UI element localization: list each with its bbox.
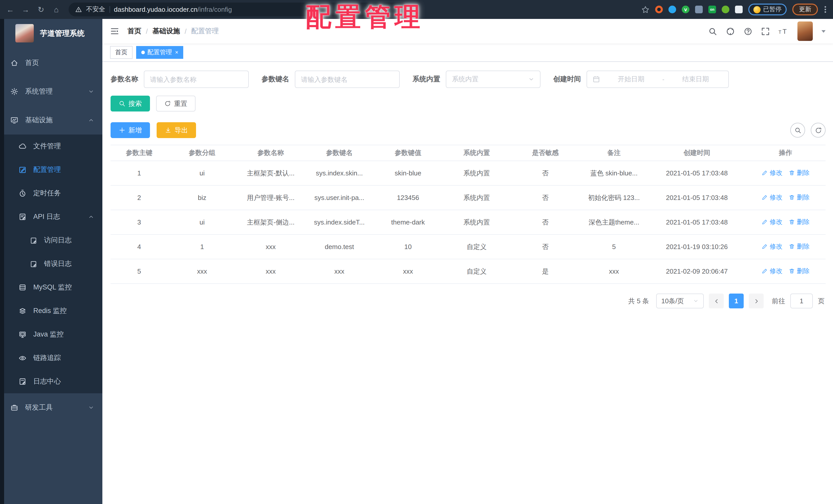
delete-link[interactable]: 删除: [789, 267, 810, 276]
table-cell-actions: 修改删除: [745, 185, 826, 210]
sidebar-item-accesslog[interactable]: 访问日志: [0, 229, 102, 252]
breadcrumb-item[interactable]: 基础设施: [152, 27, 180, 36]
github-icon[interactable]: [726, 27, 735, 36]
tab-home[interactable]: 首页: [110, 46, 133, 59]
sidebar-item-label: 系统管理: [25, 87, 53, 96]
sidebar-item-infra[interactable]: 基础设施: [0, 106, 102, 134]
extension-icon[interactable]: v: [682, 6, 689, 13]
delete-link[interactable]: 删除: [789, 243, 810, 251]
edit-link[interactable]: 修改: [762, 218, 783, 227]
sidebar-item-label: 首页: [25, 58, 39, 68]
sidebar-item-redis[interactable]: Redis 监控: [0, 299, 102, 323]
reload-icon[interactable]: ↻: [37, 6, 45, 13]
next-page-button[interactable]: [749, 294, 764, 308]
back-icon[interactable]: ←: [6, 6, 14, 13]
extension-icon[interactable]: [722, 6, 729, 13]
sidebar-item-home[interactable]: 首页: [0, 49, 102, 77]
sidebar-item-label: Java 监控: [33, 330, 64, 339]
export-button[interactable]: 导出: [157, 122, 196, 138]
builtin-select[interactable]: 系统内置: [446, 71, 541, 88]
tab-config[interactable]: 配置管理 ×: [136, 46, 184, 59]
page-size-select[interactable]: 10条/页: [656, 294, 704, 308]
sidebar-item-label: API 日志: [33, 212, 60, 222]
search-icon[interactable]: [708, 27, 717, 35]
help-icon[interactable]: [744, 27, 753, 35]
table-cell-actions: 修改删除: [745, 259, 826, 283]
delete-link[interactable]: 删除: [789, 218, 810, 227]
app-logo-row[interactable]: 芋道管理系统: [0, 19, 102, 48]
sidebar-item-logcenter[interactable]: 日志中心: [0, 370, 102, 393]
column-header: 参数分组: [168, 145, 236, 161]
sidebar-item-config[interactable]: 配置管理: [0, 158, 102, 181]
refresh-table-button[interactable]: [811, 123, 826, 137]
delete-link[interactable]: 删除: [789, 169, 810, 177]
url-text: dashboard.yudao.iocoder.cn/infra/config: [114, 6, 232, 13]
app-header: 首页 / 基础设施 / 配置管理 TT: [102, 19, 833, 44]
sidebar-item-label: 配置管理: [33, 165, 61, 174]
sidebar-item-mysql[interactable]: MySQL 监控: [0, 276, 102, 299]
font-size-icon[interactable]: TT: [779, 27, 789, 35]
button-label: 重置: [174, 99, 187, 108]
user-menu-caret-icon[interactable]: [822, 30, 826, 32]
toggle-search-button[interactable]: [790, 123, 805, 137]
breadcrumb-separator: /: [146, 27, 148, 35]
edit-link[interactable]: 修改: [762, 193, 783, 202]
table-cell: 主框架页-默认...: [236, 161, 305, 185]
download-icon: [165, 127, 171, 133]
fullscreen-icon[interactable]: [761, 27, 770, 35]
search-button[interactable]: 搜索: [111, 96, 150, 111]
edit-link[interactable]: 修改: [762, 169, 783, 177]
forward-icon[interactable]: →: [22, 6, 30, 13]
user-avatar[interactable]: [798, 22, 813, 41]
sidebar-item-devtool[interactable]: 研发工具: [0, 393, 102, 422]
monitor-icon: [19, 330, 27, 338]
filter-label: 创建时间: [553, 75, 581, 84]
extension-icon[interactable]: [655, 6, 663, 13]
edit-link[interactable]: 修改: [762, 267, 783, 276]
page-number-current[interactable]: 1: [729, 294, 744, 308]
delete-link[interactable]: 删除: [789, 193, 810, 202]
extension-icon[interactable]: [695, 6, 703, 13]
extensions-puzzle-icon[interactable]: [735, 6, 743, 13]
browser-menu-icon[interactable]: [824, 5, 827, 14]
sidebar-item-label: 定时任务: [33, 189, 61, 198]
sidebar-menu: 首页 系统管理 基础设施 文件管理: [0, 48, 102, 422]
extension-icon[interactable]: [668, 6, 676, 13]
column-header: 参数键值: [374, 145, 442, 161]
bookmark-star-icon[interactable]: [641, 5, 649, 14]
sidebar-item-file[interactable]: 文件管理: [0, 134, 102, 158]
goto-page-input[interactable]: [790, 294, 813, 308]
breadcrumb: 首页 / 基础设施 / 配置管理: [127, 27, 219, 36]
table-cell: 是: [511, 259, 580, 283]
table-cell: 4: [111, 234, 168, 259]
sidebar-item-java[interactable]: Java 监控: [0, 323, 102, 346]
paused-badge[interactable]: 已暂停: [748, 4, 787, 15]
home-nav-icon[interactable]: ⌂: [52, 6, 61, 13]
date-range-picker[interactable]: 开始日期 - 结束日期: [587, 71, 729, 88]
paused-label: 已暂停: [763, 5, 782, 14]
sidebar-item-apilog[interactable]: API 日志: [0, 205, 102, 229]
browser-window: ← → ↻ ⌂ 不安全 dashboard.yudao.iocoder.cn/i…: [0, 0, 833, 504]
sidebar-item-trace[interactable]: 链路追踪: [0, 346, 102, 370]
param-name-input[interactable]: [150, 71, 243, 87]
sidebar-toggle-icon[interactable]: [110, 27, 119, 36]
reset-button[interactable]: 重置: [156, 96, 195, 111]
update-button[interactable]: 更新: [792, 4, 818, 15]
extension-icon[interactable]: on: [708, 6, 716, 13]
table-cell: xxx: [236, 259, 305, 283]
breadcrumb-item[interactable]: 首页: [127, 27, 141, 36]
log-document-icon: [19, 377, 27, 386]
close-icon[interactable]: ×: [175, 50, 178, 55]
filter-form: 参数名称 参数键名 系统内置 系统内置: [111, 71, 826, 88]
column-header: 创建时间: [648, 145, 745, 161]
add-button[interactable]: 新增: [111, 122, 150, 138]
address-bar[interactable]: 不安全 dashboard.yudao.iocoder.cn/infra/con…: [69, 3, 408, 16]
sidebar-item-errorlog[interactable]: 错误日志: [0, 252, 102, 276]
sidebar-item-job[interactable]: 定时任务: [0, 181, 102, 205]
prev-page-button[interactable]: [709, 294, 724, 308]
param-key-input[interactable]: [301, 71, 394, 87]
table-cell: 深色主题theme...: [580, 210, 648, 234]
sidebar-item-system[interactable]: 系统管理: [0, 77, 102, 106]
edit-link[interactable]: 修改: [762, 243, 783, 251]
table-cell: ui: [168, 210, 236, 234]
